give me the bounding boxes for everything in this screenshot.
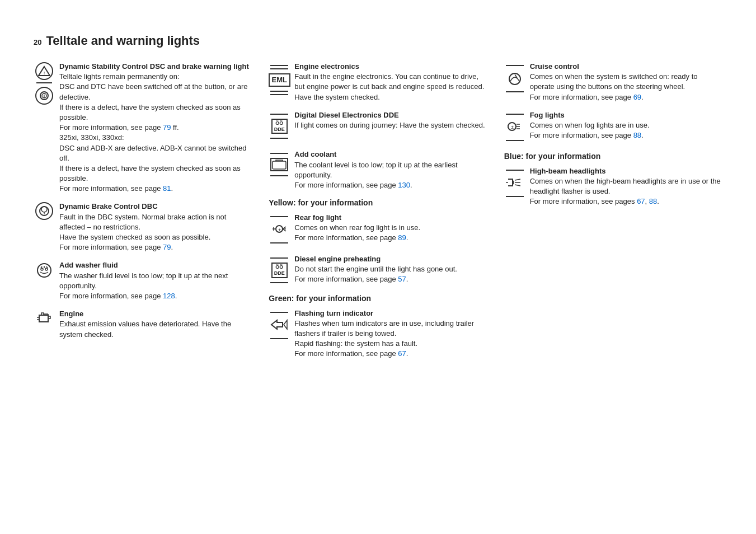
rear-fog-lines-top bbox=[270, 213, 288, 220]
turn-indicator-row: Flashing turn indicator Flashes when tur… bbox=[269, 308, 487, 359]
main-columns: ! i Dynamic Stabili bbox=[34, 62, 722, 367]
turn-indicator-icon-box bbox=[269, 308, 290, 342]
dsc-text: Dynamic Stability Control DSC and brake … bbox=[59, 62, 252, 194]
rear-fog-title: Rear fog light bbox=[294, 213, 341, 222]
dbc-icon: i bbox=[35, 202, 53, 220]
cruise-page-link-69[interactable]: 69 bbox=[633, 93, 641, 101]
coolant-text: Add coolant The coolant level is too low… bbox=[294, 149, 487, 190]
item-highbeam: High-beam headlights Comes on when the h… bbox=[504, 166, 722, 207]
svg-rect-21 bbox=[273, 161, 286, 169]
rear-fog-icon-box: + bbox=[269, 213, 290, 246]
yellow-section: Yellow: for your information bbox=[269, 198, 487, 286]
svg-point-8 bbox=[37, 264, 51, 277]
diesel-preheat-icon: ÖÖDDE bbox=[271, 263, 288, 278]
svg-marker-30 bbox=[284, 320, 287, 329]
dsc-triangle-icon: ! bbox=[35, 62, 53, 80]
rear-fog-icon: + bbox=[270, 221, 288, 238]
engine-icon-box bbox=[34, 309, 55, 328]
item-cruise: Cruise control Comes on when the system … bbox=[504, 62, 722, 102]
blue-section: Blue: for your information bbox=[504, 152, 722, 207]
highbeam-lines-top bbox=[506, 167, 524, 174]
item-rear-fog: + Rear fog light Comes on when rear fog … bbox=[269, 213, 487, 246]
washer-page-link-128[interactable]: 128 bbox=[163, 292, 175, 300]
turn-lines-bottom bbox=[270, 335, 288, 342]
coolant-page-link-130[interactable]: 130 bbox=[398, 181, 410, 189]
svg-text:±: ± bbox=[511, 124, 514, 130]
coolant-icon-box bbox=[269, 149, 290, 179]
rear-fog-text: Rear fog light Comes on when rear fog li… bbox=[294, 213, 487, 243]
dsc-row: ! i Dynamic Stabili bbox=[34, 62, 252, 194]
cruise-icon-box bbox=[504, 62, 525, 95]
svg-point-9 bbox=[41, 268, 43, 270]
highbeam-page-link-67[interactable]: 67 bbox=[637, 197, 645, 205]
svg-point-10 bbox=[45, 268, 48, 270]
rear-fog-page-link-89[interactable]: 89 bbox=[398, 233, 406, 242]
page-title: Telltale and warning lights bbox=[46, 34, 200, 48]
turn-lines-top bbox=[270, 309, 288, 316]
item-dde-check: ÖÖDDE Digital Diesel Electronics DDE If … bbox=[269, 110, 487, 142]
diesel-preheat-lines-top bbox=[270, 255, 288, 261]
eml-lines-bottom bbox=[270, 88, 288, 98]
item-engine: Engine Exhaust emission values have dete… bbox=[34, 309, 252, 340]
yellow-heading: Yellow: for your information bbox=[269, 198, 487, 207]
rear-fog-lines-bottom bbox=[270, 240, 288, 246]
svg-text:+: + bbox=[278, 227, 281, 233]
dde-check-row: ÖÖDDE Digital Diesel Electronics DDE If … bbox=[269, 110, 487, 142]
title-row: 20Telltale and warning lights bbox=[34, 34, 722, 48]
diesel-preheat-page-link-57[interactable]: 57 bbox=[398, 275, 406, 283]
engine-icon bbox=[35, 310, 54, 328]
eml-text: Engine electronics Fault in the engine e… bbox=[294, 62, 487, 102]
svg-marker-29 bbox=[271, 320, 283, 329]
column-3: Cruise control Comes on when the system … bbox=[504, 62, 722, 215]
page-number: 20 bbox=[34, 38, 41, 46]
dbc-title: Dynamic Brake Control DBC bbox=[59, 202, 158, 210]
dde-check-title: Digital Diesel Electronics DDE bbox=[294, 111, 398, 119]
page-container: 20Telltale and warning lights ! bbox=[34, 34, 722, 367]
column-1: ! i Dynamic Stabili bbox=[34, 62, 269, 348]
dsc-page-link-81[interactable]: 81 bbox=[163, 184, 171, 193]
diesel-preheat-row: ÖÖDDE Diesel engine preheating Do not st… bbox=[269, 254, 487, 286]
turn-page-link-67[interactable]: 67 bbox=[398, 349, 406, 358]
coolant-icon bbox=[270, 158, 288, 171]
green-section: Green: for your information bbox=[269, 294, 487, 359]
svg-rect-15 bbox=[41, 313, 44, 315]
cruise-row: Cruise control Comes on when the system … bbox=[504, 62, 722, 102]
washer-icon-box bbox=[34, 260, 55, 282]
diesel-preheat-lines-bottom bbox=[270, 279, 288, 286]
item-coolant: Add coolant The coolant level is too low… bbox=[269, 149, 487, 190]
svg-text:i: i bbox=[44, 210, 45, 216]
dbc-page-link-79[interactable]: 79 bbox=[163, 243, 171, 251]
coolant-lines-bottom bbox=[270, 172, 288, 179]
engine-row: Engine Exhaust emission values have dete… bbox=[34, 309, 252, 340]
dde-check-text: Digital Diesel Electronics DDE If light … bbox=[294, 110, 487, 130]
highbeam-icon bbox=[505, 175, 525, 192]
highbeam-text: High-beam headlights Comes on when the h… bbox=[530, 166, 722, 207]
highbeam-page-link-88[interactable]: 88 bbox=[649, 197, 657, 205]
dsc-icon-box: ! i bbox=[34, 62, 55, 105]
diesel-preheat-text: Diesel engine preheating Do not start th… bbox=[294, 254, 487, 285]
svg-text:i: i bbox=[44, 93, 45, 99]
turn-indicator-text: Flashing turn indicator Flashes when tur… bbox=[294, 308, 487, 359]
dbc-icon-box: i bbox=[34, 202, 55, 220]
cruise-icon bbox=[505, 70, 524, 87]
svg-text:!: ! bbox=[44, 71, 45, 76]
svg-rect-14 bbox=[39, 315, 48, 322]
cruise-lines-top bbox=[506, 62, 524, 69]
highbeam-row: High-beam headlights Comes on when the h… bbox=[504, 166, 722, 207]
engine-text: Engine Exhaust emission values have dete… bbox=[59, 309, 252, 340]
dsc-page-link-79[interactable]: 79 bbox=[163, 123, 171, 132]
dbc-circle-icon: i bbox=[35, 87, 53, 105]
coolant-lines-top bbox=[270, 150, 288, 157]
engine-title: Engine bbox=[59, 310, 83, 318]
svg-line-36 bbox=[515, 179, 520, 180]
item-turn-indicator: Flashing turn indicator Flashes when tur… bbox=[269, 308, 487, 359]
diesel-preheat-icon-box: ÖÖDDE bbox=[269, 254, 290, 286]
washer-row: Add washer fluid The washer fluid level … bbox=[34, 260, 252, 301]
highbeam-lines-bottom bbox=[506, 193, 524, 200]
fog-lights-text: Fog lights Comes on when fog lights are … bbox=[530, 110, 722, 141]
dde-lines-top bbox=[270, 111, 288, 118]
fog-lights-page-link-88[interactable]: 88 bbox=[633, 131, 641, 139]
item-washer: Add washer fluid The washer fluid level … bbox=[34, 260, 252, 301]
fog-lights-title: Fog lights bbox=[530, 111, 565, 119]
item-fog-lights: ± Fog lights Comes on when fog lights ar… bbox=[504, 110, 722, 144]
